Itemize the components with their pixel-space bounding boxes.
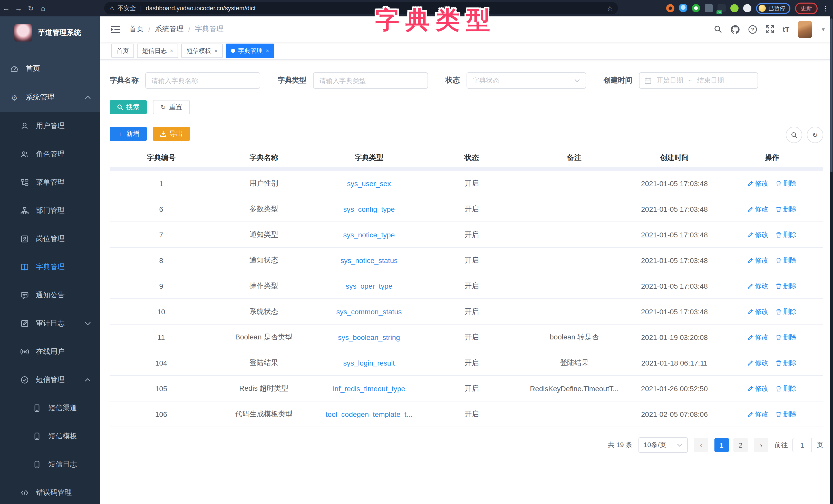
hamburger-icon[interactable]: [111, 25, 120, 33]
fullscreen-icon[interactable]: [766, 25, 774, 33]
sidebar-logo[interactable]: 芋道管理系统: [0, 17, 100, 49]
sidebar-item-在线用户[interactable]: 在线用户: [0, 337, 100, 366]
tab-首页[interactable]: 首页: [111, 44, 134, 58]
dict-type-link[interactable]: sys_user_sex: [347, 179, 391, 187]
extensions-row: on 已暂停 更新 ⋮: [666, 0, 829, 17]
toggle-search-icon[interactable]: [786, 127, 802, 143]
delete-button[interactable]: 删除: [776, 307, 796, 316]
delete-button[interactable]: 删除: [776, 256, 796, 265]
add-button[interactable]: ＋ 新增: [110, 127, 147, 141]
sidebar-item-审计日志[interactable]: 审计日志: [0, 309, 100, 337]
close-icon[interactable]: ×: [170, 48, 173, 54]
sidebar-item-角色管理[interactable]: 角色管理: [0, 140, 100, 168]
dict-type-link[interactable]: sys_notice_status: [340, 256, 398, 264]
page-size-select[interactable]: 10条/页: [639, 437, 688, 453]
edit-button[interactable]: 修改: [747, 384, 768, 393]
dict-type-link[interactable]: sys_notice_type: [343, 230, 395, 239]
sidebar-item-岗位管理[interactable]: 岗位管理: [0, 225, 100, 253]
delete-button[interactable]: 删除: [776, 230, 796, 239]
text-size-icon[interactable]: tT: [783, 25, 789, 33]
search-button[interactable]: 搜索: [110, 100, 147, 114]
dict-name-input[interactable]: [145, 72, 260, 89]
home-icon[interactable]: ⌂: [37, 4, 49, 12]
edit-button[interactable]: 修改: [747, 358, 768, 368]
bookmark-star-icon[interactable]: ☆: [607, 4, 613, 12]
edit-button[interactable]: 修改: [747, 256, 768, 265]
tab-短信日志[interactable]: 短信日志×: [137, 44, 178, 58]
delete-button[interactable]: 删除: [776, 358, 796, 368]
tab-短信模板[interactable]: 短信模板×: [182, 44, 223, 58]
extension-icon[interactable]: [679, 4, 687, 12]
back-icon[interactable]: ←: [0, 4, 12, 12]
dict-type-link[interactable]: sys_boolean_string: [338, 333, 400, 341]
sidebar-item-通知公告[interactable]: 通知公告: [0, 281, 100, 309]
edit-button[interactable]: 修改: [747, 204, 768, 213]
sidebar-item-用户管理[interactable]: 用户管理: [0, 112, 100, 140]
sidebar-item-首页[interactable]: 首页: [0, 54, 100, 83]
export-button[interactable]: 导出: [153, 127, 190, 141]
extension-icon[interactable]: [705, 4, 713, 12]
extension-paused-badge[interactable]: 已暂停: [756, 3, 790, 14]
sidebar-item-部门管理[interactable]: 部门管理: [0, 196, 100, 225]
dict-type-input[interactable]: [313, 72, 428, 89]
sidebar-item-字典管理[interactable]: 字典管理: [0, 253, 100, 281]
dict-type-link[interactable]: sys_login_result: [343, 359, 395, 367]
forward-icon[interactable]: →: [12, 4, 25, 12]
delete-button[interactable]: 删除: [776, 384, 796, 393]
tab-字典管理[interactable]: 字典管理×: [226, 44, 274, 58]
extension-icon[interactable]: on: [717, 4, 726, 12]
sidebar-item-系统管理[interactable]: ⚙系统管理: [0, 83, 100, 112]
user-avatar[interactable]: [798, 21, 812, 38]
page-button-2[interactable]: 2: [733, 438, 748, 452]
extension-icon[interactable]: [692, 4, 700, 12]
refresh-icon: ↻: [161, 104, 166, 111]
delete-button[interactable]: 删除: [776, 204, 796, 213]
edit-button[interactable]: 修改: [747, 307, 768, 316]
github-icon[interactable]: [731, 25, 740, 33]
extension-icon[interactable]: [743, 4, 752, 12]
edit-button[interactable]: 修改: [747, 409, 768, 419]
edit-button[interactable]: 修改: [747, 281, 768, 291]
edit-button[interactable]: 修改: [747, 332, 768, 342]
close-icon[interactable]: ×: [214, 48, 218, 54]
sidebar-item-短信模板[interactable]: 短信模板: [0, 422, 100, 450]
reset-button[interactable]: ↻ 重置: [153, 100, 190, 114]
dict-type-link[interactable]: inf_redis_timeout_type: [333, 384, 405, 393]
dict-type-link[interactable]: sys_oper_type: [346, 282, 392, 290]
url-bar[interactable]: ⚠ 不安全 | dashboard.yudao.iocoder.cn/syste…: [104, 2, 618, 14]
edit-button[interactable]: 修改: [747, 179, 768, 188]
help-icon[interactable]: ?: [748, 25, 757, 33]
close-icon[interactable]: ×: [266, 48, 269, 54]
sidebar-item-菜单管理[interactable]: 菜单管理: [0, 168, 100, 196]
reload-icon[interactable]: ↻: [25, 4, 37, 12]
chrome-update-button[interactable]: 更新: [795, 2, 817, 14]
delete-button[interactable]: 删除: [776, 281, 796, 291]
sidebar-item-短信渠道[interactable]: 短信渠道: [0, 394, 100, 422]
delete-button[interactable]: 删除: [776, 409, 796, 419]
delete-button[interactable]: 删除: [776, 332, 796, 342]
delete-button[interactable]: 删除: [776, 179, 796, 188]
dict-type-link[interactable]: sys_common_status: [336, 307, 402, 316]
prev-page-button[interactable]: ‹: [694, 438, 708, 452]
page-scrollbar[interactable]: [830, 17, 833, 504]
next-page-button[interactable]: ›: [754, 438, 768, 452]
breadcrumb-item[interactable]: 系统管理: [155, 25, 184, 34]
extension-icon[interactable]: [666, 4, 674, 12]
sidebar-item-错误码管理[interactable]: 错误码管理: [0, 478, 100, 504]
refresh-table-icon[interactable]: ↻: [807, 127, 823, 143]
extension-icon[interactable]: [730, 4, 739, 12]
browser-menu-icon[interactable]: ⋮: [822, 4, 829, 12]
edit-button[interactable]: 修改: [747, 230, 768, 239]
date-range-picker[interactable]: 开始日期 ~ 结束日期: [639, 72, 758, 89]
chevron-down-icon[interactable]: ▼: [821, 26, 826, 32]
dict-type-link[interactable]: sys_config_type: [343, 205, 395, 213]
breadcrumb-item[interactable]: 首页: [129, 25, 144, 34]
scrollbar-thumb[interactable]: [830, 19, 832, 172]
status-select[interactable]: 字典状态: [467, 72, 586, 89]
dict-type-link[interactable]: tool_codegen_template_t...: [326, 410, 412, 418]
sidebar-item-短信日志[interactable]: 短信日志: [0, 450, 100, 478]
goto-page-input[interactable]: [792, 438, 812, 452]
sidebar-item-短信管理[interactable]: 短信管理: [0, 366, 100, 394]
page-button-1[interactable]: 1: [714, 438, 729, 452]
search-icon[interactable]: [714, 25, 722, 33]
